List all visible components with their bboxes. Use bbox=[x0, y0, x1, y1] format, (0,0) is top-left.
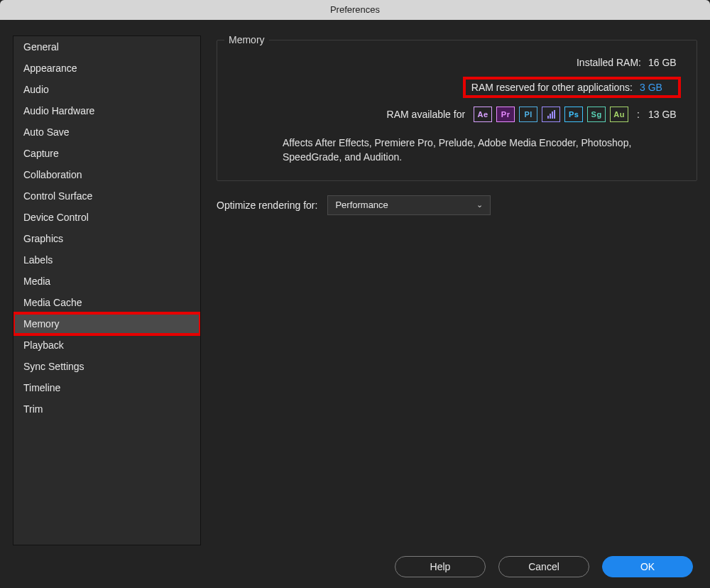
reserved-ram-row: RAM reserved for other applications: 3 G… bbox=[233, 72, 681, 103]
audition-icon: Au bbox=[610, 107, 628, 122]
sidebar-item-appearance[interactable]: Appearance bbox=[13, 58, 200, 79]
reserved-ram-label: RAM reserved for other applications: bbox=[471, 82, 633, 93]
preferences-sidebar: GeneralAppearanceAudioAudio HardwareAuto… bbox=[13, 36, 201, 545]
window-body: GeneralAppearanceAudioAudio HardwareAuto… bbox=[0, 20, 710, 545]
available-ram-label: RAM available for bbox=[387, 109, 466, 120]
installed-ram-value: 16 GB bbox=[648, 57, 681, 68]
sidebar-item-device-control[interactable]: Device Control bbox=[13, 207, 200, 228]
affects-text: Affects After Effects, Premiere Pro, Pre… bbox=[233, 136, 681, 165]
memory-legend: Memory bbox=[224, 34, 269, 45]
ok-button[interactable]: OK bbox=[602, 556, 693, 577]
sidebar-item-capture[interactable]: Capture bbox=[13, 143, 200, 164]
sidebar-item-graphics[interactable]: Graphics bbox=[13, 228, 200, 249]
optimize-row: Optimize rendering for: Performance ⌄ bbox=[217, 195, 697, 215]
footer: Help Cancel OK bbox=[0, 545, 710, 588]
prelude-icon: Pl bbox=[519, 107, 537, 122]
sidebar-item-collaboration[interactable]: Collaboration bbox=[13, 164, 200, 185]
after-effects-icon: Ae bbox=[474, 107, 492, 122]
sidebar-item-audio-hardware[interactable]: Audio Hardware bbox=[13, 100, 200, 121]
titlebar: Preferences bbox=[0, 0, 710, 20]
sidebar-item-trim[interactable]: Trim bbox=[13, 398, 200, 420]
window-title: Preferences bbox=[330, 4, 380, 15]
reserved-ram-highlight: RAM reserved for other applications: 3 G… bbox=[463, 77, 681, 98]
sidebar-item-control-surface[interactable]: Control Surface bbox=[13, 185, 200, 207]
sidebar-item-media[interactable]: Media bbox=[13, 271, 200, 292]
sidebar-item-playback[interactable]: Playback bbox=[13, 334, 200, 356]
sidebar-item-auto-save[interactable]: Auto Save bbox=[13, 121, 200, 143]
speedgrade-icon: Sg bbox=[587, 107, 606, 122]
available-colon: : bbox=[637, 109, 640, 120]
premiere-pro-icon: Pr bbox=[496, 107, 515, 122]
sidebar-item-general[interactable]: General bbox=[13, 36, 200, 58]
installed-ram-label: Installed RAM: bbox=[577, 57, 641, 68]
available-ram-value: 13 GB bbox=[648, 109, 681, 120]
sidebar-item-audio[interactable]: Audio bbox=[13, 79, 200, 100]
memory-fieldset: Memory Installed RAM: 16 GB RAM reserved… bbox=[217, 40, 697, 181]
sidebar-item-timeline[interactable]: Timeline bbox=[13, 377, 200, 398]
photoshop-icon: Ps bbox=[564, 107, 583, 122]
optimize-label: Optimize rendering for: bbox=[217, 200, 317, 211]
cancel-button[interactable]: Cancel bbox=[498, 556, 589, 577]
sidebar-item-media-cache[interactable]: Media Cache bbox=[13, 292, 200, 313]
sidebar-item-labels[interactable]: Labels bbox=[13, 249, 200, 271]
optimize-dropdown[interactable]: Performance ⌄ bbox=[327, 195, 491, 215]
sidebar-item-memory[interactable]: Memory bbox=[13, 313, 200, 334]
optimize-value: Performance bbox=[335, 200, 388, 210]
main-panel: Memory Installed RAM: 16 GB RAM reserved… bbox=[217, 36, 697, 545]
reserved-ram-value[interactable]: 3 GB bbox=[640, 82, 672, 93]
chevron-down-icon: ⌄ bbox=[476, 200, 483, 209]
media-encoder-icon bbox=[542, 107, 560, 122]
installed-ram-row: Installed RAM: 16 GB bbox=[233, 53, 681, 72]
sidebar-item-sync-settings[interactable]: Sync Settings bbox=[13, 356, 200, 377]
help-button[interactable]: Help bbox=[395, 556, 486, 577]
available-ram-row: RAM available for Ae Pr Pl Ps Sg Au : 13… bbox=[233, 103, 681, 126]
app-icons: Ae Pr Pl Ps Sg Au bbox=[474, 107, 628, 122]
